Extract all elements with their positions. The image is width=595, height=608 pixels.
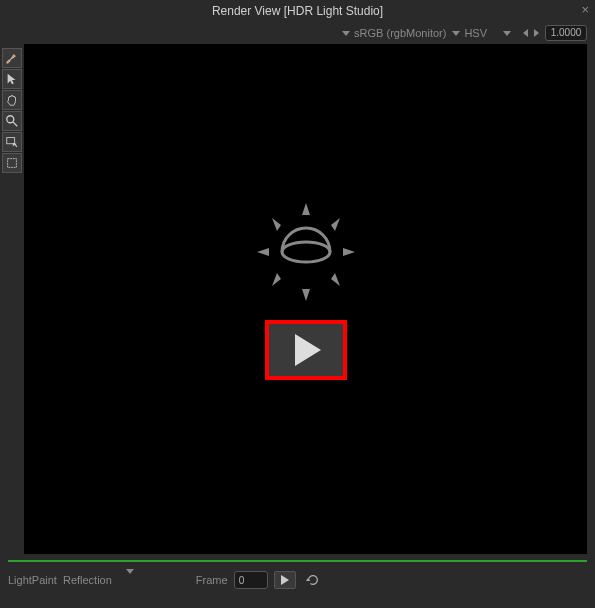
left-toolbar [0,44,24,554]
play-button[interactable] [274,571,296,589]
titlebar: Render View [HDR Light Studio] × [0,0,595,22]
zoom-tool[interactable] [2,111,22,131]
play-icon [295,334,321,366]
chevron-down-icon[interactable] [503,31,511,36]
lightpaint-mode-value: Reflection [63,574,112,586]
progress-bar [8,560,587,562]
svg-marker-10 [331,218,340,231]
pointer-tool[interactable] [2,69,22,89]
window-title: Render View [HDR Light Studio] [212,4,383,18]
svg-marker-9 [272,218,281,231]
svg-marker-8 [343,248,355,256]
colormodel-dropdown[interactable]: HSV [452,27,487,39]
brush-tool[interactable] [2,48,22,68]
pan-tool[interactable] [2,90,22,110]
chevron-down-icon [342,31,350,36]
lightpaint-mode-dropdown[interactable]: Reflection [63,574,134,586]
close-icon[interactable]: × [581,2,589,17]
play-icon [281,575,289,585]
step-back-icon[interactable] [523,29,528,37]
svg-marker-11 [272,273,281,286]
chevron-down-icon [452,31,460,36]
frame-input[interactable] [234,571,268,589]
colormodel-label: HSV [464,27,487,39]
svg-marker-7 [257,248,269,256]
play-render-button[interactable] [265,320,347,380]
main-area [0,44,595,554]
bottom-bar: LightPaint Reflection Frame [0,568,595,592]
chevron-down-icon [126,569,134,586]
hdr-sun-icon [251,197,361,309]
top-toolbar: sRGB (rgbMonitor) HSV 1.0000 [0,22,595,44]
zoom-field[interactable]: 1.0000 [545,25,587,41]
refresh-button[interactable] [302,571,324,589]
crop-tool[interactable] [2,153,22,173]
svg-rect-2 [7,138,15,144]
svg-line-1 [13,122,17,126]
colorspace-dropdown[interactable]: sRGB (rgbMonitor) [342,27,446,39]
lightpaint-label: LightPaint [8,574,57,586]
svg-marker-5 [302,203,310,215]
svg-rect-3 [8,159,17,168]
svg-marker-6 [302,289,310,301]
frame-label: Frame [196,574,228,586]
colorspace-label: sRGB (rgbMonitor) [354,27,446,39]
svg-marker-12 [331,273,340,286]
svg-point-4 [282,242,330,262]
render-viewport[interactable] [24,44,587,554]
step-forward-icon[interactable] [534,29,539,37]
region-tool[interactable] [2,132,22,152]
svg-point-0 [7,116,14,123]
